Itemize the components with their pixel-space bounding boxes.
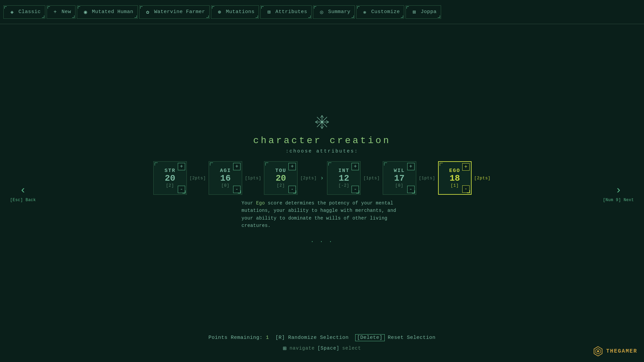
select-label: select <box>342 346 361 351</box>
points-info: Points Remaining: 1 [R] Randomize Select… <box>208 335 435 341</box>
nav-item-classic[interactable]: ◈ Classic <box>3 5 45 19</box>
nav-item-watervine-farmer[interactable]: ✿ Watervine Farmer <box>139 5 210 19</box>
joppa-icon: ⊠ <box>410 8 419 16</box>
nav-label-mutated-human: Mutated Human <box>92 9 133 15</box>
next-nav[interactable]: › [Num 9] Next <box>603 184 634 202</box>
str-value: 20 <box>165 174 175 183</box>
bottom-bar: Points Remaining: 1 [R] Randomize Select… <box>0 335 644 352</box>
ego-minus-button[interactable]: - <box>462 185 470 193</box>
attr-card-wil[interactable]: + WIL 17 [0] - <box>383 161 416 195</box>
str-plus-button[interactable]: + <box>178 163 185 170</box>
nav-label-joppa: Joppa <box>421 9 437 15</box>
str-delta: [2] <box>166 183 174 188</box>
attr-card-int[interactable]: + INT 12 [-2] - <box>327 161 361 195</box>
back-label: [Esc] Back <box>10 198 36 202</box>
ego-delta: [1] <box>451 183 459 188</box>
svg-point-15 <box>597 350 599 352</box>
tou-pts: [2pts] <box>300 176 317 181</box>
watervine-icon: ✿ <box>144 8 152 16</box>
page-title: character creation <box>253 135 391 146</box>
int-delta: [-2] <box>338 183 350 188</box>
str-minus-button[interactable]: - <box>178 186 185 193</box>
mutated-human-icon: ◉ <box>81 8 90 16</box>
nav-label-summary: Summary <box>328 9 351 15</box>
nav-label-new: New <box>62 9 71 15</box>
nav-item-attributes[interactable]: ⊞ Attributes <box>260 5 312 19</box>
left-arrow-icon: ‹ <box>20 184 26 196</box>
agi-plus-button[interactable]: + <box>233 163 240 170</box>
nav-label-watervine-farmer: Watervine Farmer <box>154 9 205 15</box>
ego-value: 18 <box>449 174 460 183</box>
attribute-description: Your Ego score determines the potency of… <box>241 199 402 230</box>
right-arrow-icon: › <box>615 184 622 196</box>
int-minus-button[interactable]: - <box>352 186 359 193</box>
attr-card-tou[interactable]: + TOU 20 [2] - <box>264 161 298 195</box>
customize-icon: ❋ <box>361 8 369 16</box>
nav-item-new[interactable]: + New <box>47 5 76 19</box>
int-value: 12 <box>339 174 349 183</box>
desc-suffix: score determines the potency of your men… <box>241 200 396 228</box>
int-pts: [1pts] <box>363 176 380 181</box>
attr-card-str[interactable]: + STR 20 [2] - <box>153 161 187 195</box>
ego-pts: [2pts] <box>474 176 491 181</box>
watermark-icon <box>593 346 603 357</box>
character-creation-panel: character creation :choose attributes: +… <box>153 115 491 245</box>
loading-indicator: · · · <box>311 239 333 245</box>
tou-delta: [2] <box>277 183 285 188</box>
wil-label: WIL <box>394 168 405 174</box>
new-icon: + <box>51 8 60 16</box>
nav-item-mutations[interactable]: ⊛ Mutations <box>211 5 259 19</box>
nav-item-mutated-human[interactable]: ◉ Mutated Human <box>77 5 138 19</box>
next-label: [Num 9] Next <box>603 198 634 202</box>
nav-label-customize: Customize <box>371 9 400 15</box>
wil-value: 17 <box>394 174 405 183</box>
agi-minus-button[interactable]: - <box>233 186 240 193</box>
select-key: [Space] <box>317 346 339 351</box>
svg-point-12 <box>321 121 323 123</box>
main-content: ‹ [Esc] Back › [Num 9] Next <box>0 24 644 362</box>
watermark-text: THEGAMER <box>606 348 637 354</box>
wil-pts: [1pts] <box>419 176 435 181</box>
page-subtitle: :choose attributes: <box>286 148 359 154</box>
desc-prefix: Your <box>241 200 256 206</box>
wil-delta: [0] <box>395 183 404 188</box>
agi-pts: [1pts] <box>245 176 261 181</box>
attr-arrow: › <box>320 175 325 181</box>
points-remaining-text: Points Remaining: 1 [R] Randomize Select… <box>208 334 435 341</box>
attr-card-agi[interactable]: + AGI 16 [0] - <box>209 161 242 195</box>
str-label: STR <box>164 168 175 174</box>
navigate-label: navigate <box>289 346 315 351</box>
mutations-icon: ⊛ <box>215 8 224 16</box>
nav-item-customize[interactable]: ❋ Customize <box>356 5 405 19</box>
tou-plus-button[interactable]: + <box>288 163 296 170</box>
agi-label: AGI <box>220 168 231 174</box>
classic-icon: ◈ <box>8 8 16 16</box>
str-pts: [2pts] <box>190 176 206 181</box>
ego-label: EGO <box>449 168 460 174</box>
agi-delta: [0] <box>221 183 230 188</box>
desc-highlight: Ego <box>256 200 265 206</box>
agi-value: 16 <box>220 174 231 183</box>
nav-item-joppa[interactable]: ⊠ Joppa <box>406 5 441 19</box>
back-nav[interactable]: ‹ [Esc] Back <box>10 184 36 202</box>
nav-label-mutations: Mutations <box>226 9 255 15</box>
wil-minus-button[interactable]: - <box>407 186 415 193</box>
nav-label-classic: Classic <box>18 9 41 15</box>
logo-icon <box>315 115 329 133</box>
top-navigation: ◈ Classic + New ◉ Mutated Human ✿ Waterv… <box>0 0 644 24</box>
ego-plus-button[interactable]: + <box>462 163 470 171</box>
attributes-icon: ⊞ <box>265 8 273 16</box>
attr-card-ego[interactable]: + EGO 18 [1] - <box>438 161 472 195</box>
attributes-row: + STR 20 [2] - [2pts] + AGI 16 [0] - [1p… <box>153 161 491 195</box>
nav-item-summary[interactable]: ◎ Summary <box>313 5 355 19</box>
nav-label-attributes: Attributes <box>275 9 307 15</box>
watermark: THEGAMER <box>593 346 637 357</box>
tou-value: 20 <box>276 174 286 183</box>
int-plus-button[interactable]: + <box>352 163 359 170</box>
gamepad-icon: ⊞ <box>283 345 287 352</box>
tou-minus-button[interactable]: - <box>288 186 296 193</box>
tou-label: TOU <box>275 168 286 174</box>
summary-icon: ◎ <box>317 8 326 16</box>
wil-plus-button[interactable]: + <box>407 163 415 170</box>
nav-hint: ⊞ navigate [Space] select <box>283 345 361 352</box>
